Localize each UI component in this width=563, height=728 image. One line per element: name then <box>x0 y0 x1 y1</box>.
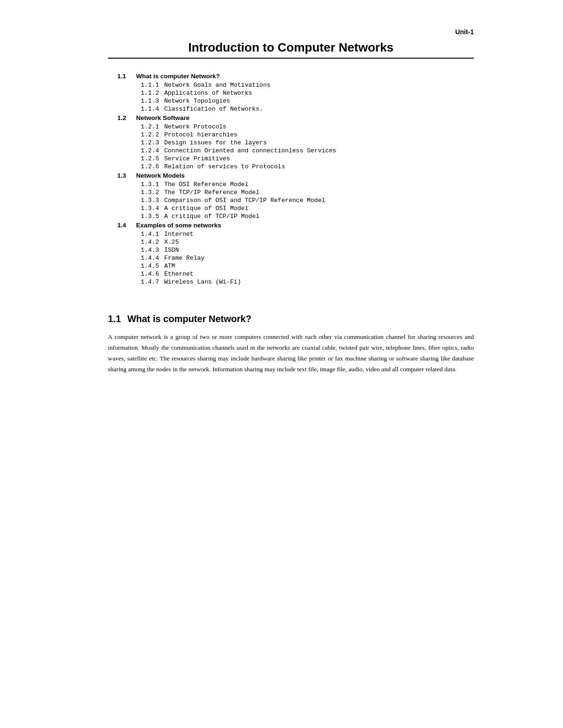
toc-sub-label: Network Protocols <box>164 123 227 130</box>
toc-sub-number: 1.2.3 <box>141 139 164 146</box>
toc-sub-label: A critique of OSI Model <box>164 205 248 212</box>
toc-sub-item: 1.4.6Ethernet <box>141 270 474 278</box>
toc-sub-item: 1.2.2Protocol hierarchies <box>141 131 474 138</box>
toc-sub-label: Ethernet <box>164 270 193 278</box>
toc-main-number: 1.3 <box>117 172 136 179</box>
toc-sub-number: 1.4.4 <box>141 255 164 262</box>
toc-main-label: Network Software <box>136 114 190 121</box>
toc-sub-number: 1.3.2 <box>141 189 164 196</box>
toc-sub-label: Applications of Networks <box>164 90 252 97</box>
toc-sub-number: 1.4.6 <box>141 270 164 278</box>
toc-sub-list: 1.4.1Internet1.4.2X.251.4.3ISDN1.4.4Fram… <box>141 231 474 285</box>
toc-main-item: 1.1What is computer Network? <box>117 73 474 80</box>
toc-main-label: Network Models <box>136 172 185 179</box>
toc-sub-item: 1.2.5Service Primitives <box>141 155 474 162</box>
toc-sub-label: Frame Relay <box>164 255 205 262</box>
toc-main-item: 1.2Network Software <box>117 114 474 121</box>
toc-sub-item: 1.4.2X.25 <box>141 239 474 246</box>
toc-sub-label: Wireless Lans (Wi-Fi) <box>164 278 241 285</box>
toc-sub-item: 1.3.4A critique of OSI Model <box>141 205 474 212</box>
toc-sub-item: 1.1.2Applications of Networks <box>141 90 474 97</box>
toc-sub-item: 1.1.1Network Goals and Motivations <box>141 82 474 89</box>
toc-sub-number: 1.3.3 <box>141 197 164 204</box>
toc-sub-list: 1.3.1The OSI Reference Model1.3.2The TCP… <box>141 181 474 220</box>
page-title: Introduction to Computer Networks <box>108 40 474 55</box>
toc-sub-label: A critique of TCP/IP Model <box>164 213 259 220</box>
toc-sub-number: 1.4.5 <box>141 263 164 270</box>
toc-main-item: 1.4Examples of some networks <box>117 222 474 229</box>
toc-sub-number: 1.2.5 <box>141 155 164 162</box>
toc-sub-number: 1.1.2 <box>141 90 164 97</box>
toc-main-number: 1.1 <box>117 73 136 80</box>
toc-main-number: 1.2 <box>117 114 136 121</box>
toc-sub-item: 1.4.7Wireless Lans (Wi-Fi) <box>141 278 474 285</box>
toc-sub-number: 1.2.2 <box>141 131 164 138</box>
toc-sub-item: 1.4.4Frame Relay <box>141 255 474 262</box>
toc-sub-label: Network Topologies <box>164 98 230 105</box>
toc-sub-label: ISDN <box>164 247 179 254</box>
toc-sub-label: X.25 <box>164 239 179 246</box>
toc-sub-number: 1.2.6 <box>141 163 164 170</box>
toc-sub-item: 1.2.3Design issues for the layers <box>141 139 474 146</box>
toc-sub-item: 1.3.1The OSI Reference Model <box>141 181 474 188</box>
toc-sub-label: The OSI Reference Model <box>164 181 248 188</box>
toc-sub-label: Protocol hierarchies <box>164 131 237 138</box>
toc-main-item: 1.3Network Models <box>117 172 474 179</box>
toc-sub-item: 1.2.4Connection Oriented and connectionl… <box>141 147 474 154</box>
toc-sub-label: Classification of Networks. <box>164 105 263 113</box>
toc-sub-number: 1.3.1 <box>141 181 164 188</box>
toc-sub-item: 1.2.6Relation of services to Protocols <box>141 163 474 170</box>
section-1-1-heading: 1.1 What is computer Network? <box>108 314 474 324</box>
toc-sub-item: 1.2.1Network Protocols <box>141 123 474 130</box>
toc-sub-label: Network Goals and Motivations <box>164 82 270 89</box>
toc-sub-number: 1.4.7 <box>141 278 164 285</box>
toc-sub-list: 1.1.1Network Goals and Motivations1.1.2A… <box>141 82 474 113</box>
toc-sub-label: Comparison of OSI and TCP/IP Reference M… <box>164 197 325 204</box>
title-divider <box>108 58 474 59</box>
toc-sub-item: 1.4.1Internet <box>141 231 474 238</box>
toc-sub-label: Connection Oriented and connectionless S… <box>164 147 336 154</box>
toc-sub-label: Relation of services to Protocols <box>164 163 285 170</box>
toc-sub-label: The TCP/IP Reference Model <box>164 189 259 196</box>
toc-sub-list: 1.2.1Network Protocols1.2.2Protocol hier… <box>141 123 474 170</box>
toc-sub-item: 1.1.4Classification of Networks. <box>141 105 474 113</box>
toc-sub-number: 1.1.4 <box>141 105 164 113</box>
unit-label: Unit-1 <box>108 28 474 36</box>
toc-sub-item: 1.1.3Network Topologies <box>141 98 474 105</box>
table-of-contents: 1.1What is computer Network?1.1.1Network… <box>108 73 474 285</box>
toc-sub-number: 1.1.1 <box>141 82 164 89</box>
toc-sub-item: 1.4.3ISDN <box>141 247 474 254</box>
section-1-1-number: 1.1 <box>108 314 121 324</box>
toc-sub-label: Service Primitives <box>164 155 230 162</box>
toc-sub-number: 1.4.3 <box>141 247 164 254</box>
toc-main-label: What is computer Network? <box>136 73 220 80</box>
toc-sub-item: 1.4.5ATM <box>141 263 474 270</box>
toc-sub-label: Design issues for the layers <box>164 139 266 146</box>
toc-sub-number: 1.1.3 <box>141 98 164 105</box>
toc-sub-number: 1.3.4 <box>141 205 164 212</box>
toc-main-number: 1.4 <box>117 222 136 229</box>
toc-sub-item: 1.3.5A critique of TCP/IP Model <box>141 213 474 220</box>
toc-sub-label: ATM <box>164 263 175 270</box>
section-1-1-body: A computer network is a group of two or … <box>108 332 474 375</box>
section-1-1-title: What is computer Network? <box>127 314 251 324</box>
toc-sub-number: 1.3.5 <box>141 213 164 220</box>
toc-sub-number: 1.4.1 <box>141 231 164 238</box>
toc-sub-item: 1.3.3Comparison of OSI and TCP/IP Refere… <box>141 197 474 204</box>
toc-sub-item: 1.3.2The TCP/IP Reference Model <box>141 189 474 196</box>
toc-sub-number: 1.4.2 <box>141 239 164 246</box>
toc-sub-label: Internet <box>164 231 193 238</box>
toc-sub-number: 1.2.1 <box>141 123 164 130</box>
toc-main-label: Examples of some networks <box>136 222 221 229</box>
toc-sub-number: 1.2.4 <box>141 147 164 154</box>
